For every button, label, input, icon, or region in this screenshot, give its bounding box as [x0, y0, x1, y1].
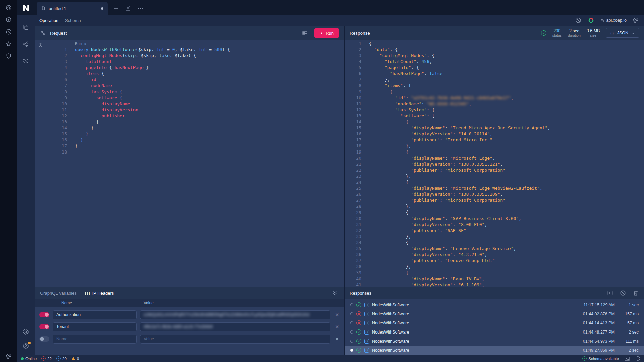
success-icon: ✓ — [356, 302, 361, 307]
document-tabbar: untitled 1 — [35, 0, 644, 15]
code-line: 9 { — [345, 89, 644, 95]
response-duration: 1 sec — [618, 303, 639, 307]
code-line: 8 lastSystem { — [35, 89, 344, 95]
header-value-field[interactable]: xJ4kQz81LmVn0PqRt7Ys2Wc6Hd9Bf3Ng5Tk1Zr8M… — [140, 310, 330, 319]
error-counter[interactable]: ✕ 22 — [41, 356, 52, 361]
schema-graph-icon[interactable] — [22, 41, 30, 48]
run-button-label: Run — [326, 31, 334, 36]
response-history-item[interactable]: ✓{}NodesWithSoftware01:44:48.277 PM2 sec — [345, 327, 644, 337]
response-history-item[interactable]: ✕{}NodesWithSoftware01:44:02.876 PM157 m… — [345, 309, 644, 318]
operations-tune-icon[interactable] — [39, 29, 47, 37]
header-name-input[interactable] — [53, 322, 137, 331]
console-icon[interactable] — [624, 355, 631, 362]
disable-icon[interactable] — [575, 17, 582, 24]
code-text: { — [361, 149, 408, 155]
new-tab-icon[interactable] — [112, 5, 120, 12]
replay-icon[interactable] — [606, 289, 614, 297]
code-line: 22 "publisher": "Microsoft Corporation" — [345, 167, 644, 173]
online-dot-icon — [21, 357, 24, 360]
tab-operation[interactable]: Operation — [39, 18, 58, 23]
request-editor[interactable]: Run ▷1query NodesWithSoftware($skip: Int… — [35, 40, 344, 287]
code-text: { — [361, 179, 408, 185]
response-history-item[interactable]: ✓{}NodesWithSoftware11:17:15.129 AM1 sec — [345, 300, 644, 309]
header-name-input[interactable] — [53, 335, 137, 344]
user-avatar[interactable] — [22, 342, 30, 350]
format-document-icon[interactable] — [301, 29, 308, 37]
info-count: 20 — [62, 357, 67, 361]
request-header-actions: Run — [301, 28, 339, 38]
clock-icon[interactable] — [5, 28, 12, 36]
help-icon[interactable]: ? — [636, 356, 640, 361]
success-icon: ✓ — [356, 339, 361, 344]
remove-header-icon[interactable]: ✕ — [335, 336, 339, 342]
response-success-icon: ✓ — [541, 30, 546, 36]
header-value-input[interactable] — [140, 335, 330, 344]
warning-count: 0 — [77, 357, 79, 361]
response-code: 1{2 "data": {3 "configMngt_Nodes": {4 "t… — [345, 41, 644, 287]
info-icon[interactable] — [38, 43, 43, 49]
code-text: { — [361, 270, 408, 276]
star-icon[interactable] — [5, 40, 12, 48]
history-icon[interactable] — [22, 57, 30, 65]
code-text: { — [361, 89, 392, 95]
format-selector[interactable]: {} JSON — [606, 28, 639, 38]
document-settings-icon[interactable] — [22, 328, 30, 336]
endpoint-indicator[interactable]: api.xoap.io — [600, 18, 627, 23]
code-line: 15 "displayName": "Trend Micro Apex One … — [345, 125, 644, 131]
connection-settings-icon[interactable] — [632, 17, 639, 24]
save-icon[interactable] — [124, 5, 132, 12]
clear-history-icon[interactable] — [632, 289, 639, 297]
connection-health-icon[interactable] — [587, 17, 595, 24]
response-history-item[interactable]: ✕{}NodesWithSoftware01:44:14.413 PM57 ms — [345, 318, 644, 327]
header-enabled-toggle[interactable] — [39, 312, 49, 317]
remove-header-icon[interactable]: ✕ — [335, 312, 339, 317]
operation-doc-icon: {} — [364, 348, 369, 353]
cancel-icon[interactable] — [619, 289, 627, 297]
size-meta: 3.6 MB size — [587, 28, 600, 37]
documents-icon[interactable] — [22, 24, 30, 31]
header-enabled-toggle[interactable] — [39, 324, 49, 329]
warning-counter[interactable]: 0 — [71, 357, 79, 361]
document-tab[interactable]: untitled 1 — [37, 2, 108, 15]
info-counter[interactable]: i 20 — [56, 356, 67, 361]
schema-status[interactable]: ✓ Schema available — [582, 356, 619, 361]
package-icon[interactable] — [5, 16, 12, 23]
code-line: 14 { — [345, 119, 644, 125]
line-number: 33 — [345, 234, 361, 240]
shield-icon[interactable] — [5, 52, 12, 60]
line-number: 15 — [345, 125, 361, 131]
header-name-input[interactable] — [53, 310, 137, 319]
header-enabled-toggle[interactable] — [39, 336, 49, 342]
code-text: displayVersion — [67, 107, 138, 113]
code-text: "displayName": "Microsoft Edge WebView2-… — [361, 185, 542, 191]
line-number: 6 — [35, 77, 67, 83]
header-value-field[interactable]: 4f8c2a71-9b3e-4d60-a1c5-77e2b9d4 — [140, 322, 330, 331]
line-number: 8 — [35, 89, 67, 95]
code-line: 13 } — [35, 119, 344, 125]
response-operation-name: NodesWithSoftware — [372, 348, 409, 353]
collapse-panel-icon[interactable] — [331, 289, 338, 297]
settings-gear-icon[interactable] — [5, 353, 12, 360]
lock-icon — [600, 18, 604, 23]
tab-graphql-variables[interactable]: GraphQL Variables — [40, 291, 77, 296]
tab-http-headers[interactable]: HTTP Headers — [85, 291, 114, 296]
tab-schema[interactable]: Schema — [65, 18, 81, 23]
more-options-icon[interactable] — [137, 5, 144, 12]
workspace-icon[interactable] — [5, 4, 12, 11]
code-line: 3 totalCount — [35, 59, 344, 65]
line-number: 25 — [345, 185, 361, 191]
response-history-item[interactable]: ✓{}NodesWithSoftware01:44:54.973 PM111 m… — [345, 337, 644, 346]
code-line: 25 "displayName": "Microsoft Edge WebVie… — [345, 185, 644, 191]
code-text: "lastSystem": { — [361, 107, 435, 113]
code-text: { — [361, 209, 408, 216]
run-button[interactable]: Run — [314, 28, 339, 38]
main-area: untitled 1 — [35, 0, 644, 355]
response-editor[interactable]: 1{2 "data": {3 "configMngt_Nodes": {4 "t… — [345, 40, 644, 287]
statusbar-right: ✓ Schema available ? — [582, 355, 640, 362]
response-history-item[interactable]: ✓{}NodesWithSoftware01:49:27.869 PM2 sec — [345, 346, 644, 355]
line-number: 10 — [345, 95, 361, 101]
headers-column-header: Name Value — [35, 299, 344, 307]
code-line: 38 }, — [345, 264, 644, 270]
code-text: "publisher": "SAP SE" — [361, 228, 466, 234]
remove-header-icon[interactable]: ✕ — [335, 324, 339, 329]
